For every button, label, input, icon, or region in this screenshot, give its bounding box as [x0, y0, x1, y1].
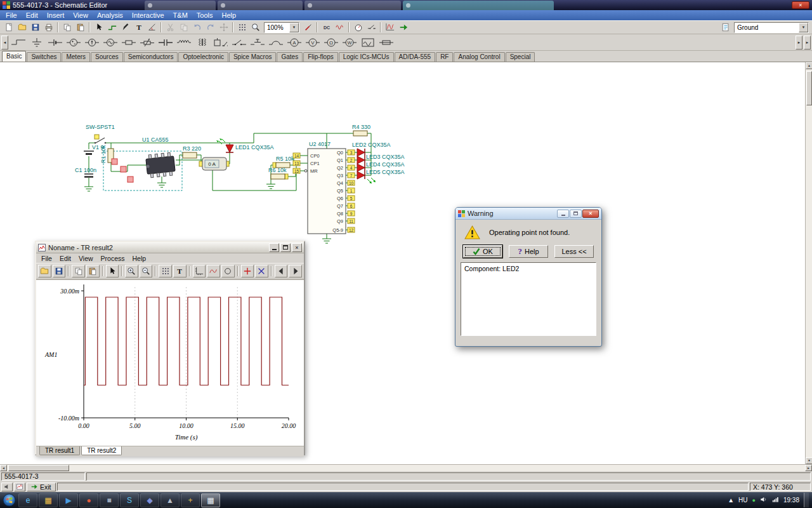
- dc-analysis-button[interactable]: DC: [320, 22, 333, 34]
- palette-voltmeter-button[interactable]: V: [303, 36, 322, 50]
- close-button[interactable]: ×: [582, 210, 599, 218]
- palette-pushbutton-button[interactable]: [248, 36, 266, 50]
- component-tab-optoelectronic[interactable]: Optoelectronic: [178, 52, 228, 62]
- component-resistor-r6[interactable]: R6 10k: [268, 167, 288, 179]
- browser-tab[interactable]: [218, 1, 303, 10]
- show-desktop-button[interactable]: [804, 493, 809, 507]
- angle-button[interactable]: [145, 22, 159, 34]
- maximize-button[interactable]: [280, 243, 291, 252]
- cursor-button[interactable]: [92, 22, 105, 34]
- component-tab-semiconductors[interactable]: Semiconductors: [124, 52, 178, 62]
- palette-relay-button[interactable]: [211, 36, 230, 50]
- sheet-options-button[interactable]: [719, 22, 732, 34]
- component-tab-ad-da-555[interactable]: AD/DA-555: [395, 52, 436, 62]
- taskbar-app-slate[interactable]: ■: [100, 493, 119, 507]
- result-menu-edit[interactable]: Edit: [56, 255, 75, 262]
- app-titlebar[interactable]: 555-4017-3 - Schematic Editor ×: [0, 0, 812, 10]
- zoom-combo[interactable]: 100%▼: [264, 22, 299, 33]
- menu-insert[interactable]: Insert: [43, 11, 69, 20]
- palette-potentiometer-button[interactable]: [138, 36, 156, 50]
- close-button[interactable]: ×: [292, 243, 302, 252]
- scroll-right-button[interactable]: ►: [805, 465, 812, 471]
- minimize-button[interactable]: [557, 210, 569, 218]
- menu-analysis[interactable]: Analysis: [93, 11, 128, 20]
- component-tab-analog-control[interactable]: Analog Control: [454, 52, 504, 62]
- save-button[interactable]: [53, 265, 66, 277]
- exit-button[interactable]: Exit: [27, 483, 56, 491]
- maximize-button[interactable]: [570, 210, 582, 218]
- grid-button[interactable]: [159, 265, 172, 277]
- component-led1[interactable]: LED1 CQX35A: [216, 138, 274, 152]
- palette-ammeter-button[interactable]: A: [285, 36, 303, 50]
- tray-status-icon[interactable]: ●: [752, 497, 756, 504]
- schematic-canvas-area[interactable]: SW-SPST1 V1 9 C1 100n R1 10k: [0, 62, 812, 464]
- axes-button[interactable]: [193, 265, 206, 277]
- start-button[interactable]: [2, 493, 16, 507]
- palette-jumper-button[interactable]: [266, 36, 285, 50]
- component-resistor-r4[interactable]: R4 330: [352, 124, 370, 136]
- open-folder-button[interactable]: [38, 265, 51, 277]
- component-ic-u2-4017[interactable]: U2 4017 14CP013CP115MR3Q02Q14Q27Q310Q41Q…: [293, 141, 357, 234]
- taskbar-app-gold[interactable]: +: [181, 493, 200, 507]
- paste-button[interactable]: [86, 265, 100, 277]
- palette-fuse-button[interactable]: [377, 36, 395, 50]
- component-resistor-r5[interactable]: R5 10k: [273, 156, 294, 168]
- text-button[interactable]: T: [132, 22, 145, 34]
- zoom-in-button[interactable]: [125, 265, 138, 277]
- component-tab-rf[interactable]: RF: [436, 52, 453, 62]
- palette-ground-button[interactable]: [27, 36, 46, 50]
- palette-inductor-button[interactable]: [174, 36, 193, 50]
- meter-button[interactable]: [351, 22, 365, 34]
- prev-button[interactable]: [275, 265, 288, 277]
- probe-button[interactable]: [301, 22, 315, 34]
- taskbar-media-player[interactable]: ▶: [59, 493, 78, 507]
- menu-edit[interactable]: Edit: [22, 11, 43, 20]
- copy-button[interactable]: [72, 265, 85, 277]
- copy-button[interactable]: [60, 22, 74, 34]
- taskbar-app-gray[interactable]: ▲: [160, 493, 180, 507]
- result-window-titlebar[interactable]: Noname - TR result2 ×: [36, 242, 304, 253]
- result-menu-view[interactable]: View: [75, 255, 97, 262]
- next-button[interactable]: [289, 265, 302, 277]
- result-tab-tr-result2[interactable]: TR result2: [81, 446, 122, 455]
- palette-capacitor-button[interactable]: [156, 36, 174, 50]
- palette-voltage-source-button[interactable]: [64, 36, 82, 50]
- component-tab-switches[interactable]: Switches: [27, 52, 61, 62]
- language-indicator[interactable]: HU: [738, 497, 747, 504]
- vertical-scroll-thumb[interactable]: [806, 71, 812, 105]
- taskbar-file-explorer[interactable]: ▦: [39, 493, 58, 507]
- palette-switch-button[interactable]: [230, 36, 248, 50]
- warning-dialog-titlebar[interactable]: Warning ×: [455, 208, 601, 220]
- browser-tab-active[interactable]: [403, 1, 554, 10]
- palette-scroll-right-button[interactable]: ►: [796, 36, 802, 50]
- palette-scroll-left-button[interactable]: ◄: [1, 36, 8, 50]
- less-button[interactable]: Less <<: [554, 245, 594, 258]
- horizontal-scroll-thumb[interactable]: [8, 465, 69, 471]
- browser-tab[interactable]: [304, 1, 401, 10]
- palette-battery-button[interactable]: [46, 36, 64, 50]
- browser-tab[interactable]: [145, 1, 216, 10]
- chevron-down-icon[interactable]: ▼: [799, 23, 808, 32]
- component-ic-u1-555[interactable]: [145, 152, 176, 178]
- exit-arrow-button[interactable]: [396, 22, 410, 34]
- component-switch-sw-spst1[interactable]: SW-SPST1: [86, 124, 115, 144]
- tray-expand-arrow[interactable]: ▲: [728, 497, 734, 504]
- palette-transformer-button[interactable]: [193, 36, 211, 50]
- result-window[interactable]: Noname - TR result2 × FileEditViewProces…: [35, 241, 305, 455]
- component-tab-basic[interactable]: Basic: [2, 51, 26, 62]
- component-resistor-r3[interactable]: R3 220: [183, 145, 201, 158]
- circle-button[interactable]: [221, 265, 235, 277]
- cross-red-button[interactable]: [241, 265, 254, 277]
- ok-button[interactable]: OK: [463, 245, 502, 258]
- ground-combo[interactable]: Ground ▼: [734, 22, 809, 33]
- text-button[interactable]: T: [173, 265, 187, 277]
- component-tab-spice-macros[interactable]: Spice Macros: [229, 52, 277, 62]
- transient-button[interactable]: [383, 22, 396, 34]
- result-menu-process[interactable]: Process: [97, 255, 129, 262]
- volume-button[interactable]: [760, 496, 767, 504]
- ac-analysis-button[interactable]: [333, 22, 346, 34]
- pen-button[interactable]: [119, 22, 132, 34]
- close-button[interactable]: ×: [792, 1, 809, 9]
- menu-view[interactable]: View: [69, 11, 93, 20]
- palette-current-source-button[interactable]: [82, 36, 101, 50]
